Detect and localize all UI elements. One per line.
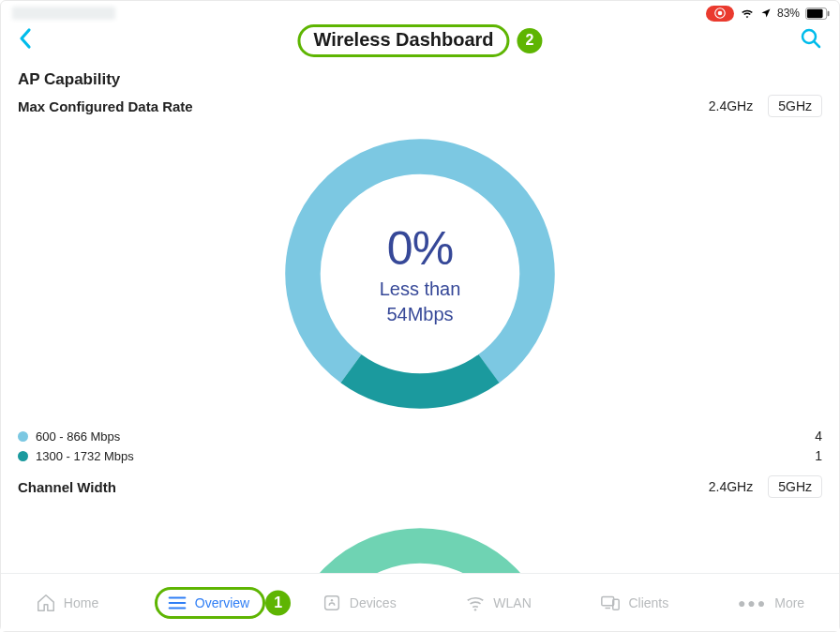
status-bar: 83% — [1, 1, 839, 23]
tab-wlan-label: WLAN — [493, 595, 531, 610]
cw-band-2-4ghz[interactable]: 2.4GHz — [701, 475, 760, 498]
svg-rect-13 — [602, 596, 614, 605]
tab-overview[interactable]: Overview 1 — [155, 587, 265, 619]
screen-record-pill[interactable] — [706, 6, 734, 22]
home-icon — [36, 593, 56, 613]
legend-swatch-1 — [18, 431, 28, 442]
tab-clients[interactable]: Clients — [587, 587, 682, 619]
legend-label-1: 600 - 866 Mbps — [36, 428, 120, 446]
devices-icon — [322, 593, 342, 613]
tab-home-label: Home — [64, 595, 98, 610]
svg-line-6 — [814, 41, 819, 47]
battery-percent: 83% — [777, 7, 800, 20]
clients-icon — [600, 593, 621, 613]
battery-icon — [805, 8, 830, 20]
wlan-icon — [465, 593, 486, 613]
tab-bar: Home Overview 1 Devices — [1, 573, 839, 631]
channel-width-row: Channel Width 2.4GHz 5GHz — [18, 475, 822, 498]
tab-wlan[interactable]: WLAN — [452, 587, 544, 619]
donut-center-sub1: Less than — [380, 278, 461, 301]
svg-point-1 — [718, 11, 723, 16]
donut-center-sub2: 54Mbps — [380, 303, 461, 326]
chevron-left-icon — [18, 27, 33, 50]
callout-badge-1: 1 — [265, 590, 291, 615]
band-toggle-max-rate: 2.4GHz 5GHz — [701, 95, 822, 117]
search-button[interactable] — [800, 27, 822, 53]
donut-center: 0% Less than 54Mbps — [380, 221, 461, 326]
legend-row-2: 1300 - 1732 Mbps 1 — [18, 446, 822, 466]
tab-devices-label: Devices — [350, 595, 397, 610]
content: AP Capability Max Configured Data Rate 2… — [1, 57, 839, 573]
tab-devices[interactable]: Devices — [308, 587, 410, 619]
donut2-svg — [279, 522, 561, 573]
svg-point-12 — [474, 609, 476, 610]
app-screen: 83% Wireless Dashboard 2 — [0, 0, 840, 632]
band-5ghz[interactable]: 5GHz — [768, 95, 822, 117]
legend-value-1: 4 — [815, 427, 822, 446]
donut-chart-max-rate: 0% Less than 54Mbps — [18, 123, 822, 425]
location-icon — [760, 8, 772, 19]
donut2-ring — [303, 546, 537, 573]
svg-rect-3 — [807, 8, 823, 17]
search-icon — [800, 27, 822, 50]
tab-overview-label: Overview — [195, 595, 249, 610]
legend-swatch-2 — [18, 451, 28, 461]
tab-more-label: More — [774, 595, 804, 610]
header: Wireless Dashboard 2 — [1, 23, 839, 57]
tab-more[interactable]: ●●● More — [725, 590, 818, 616]
callout-badge-2: 2 — [518, 28, 543, 53]
tab-clients-label: Clients — [628, 595, 668, 610]
legend-label-2: 1300 - 1732 Mbps — [36, 447, 134, 466]
section-ap-capability: AP Capability — [18, 70, 822, 89]
donut-center-value: 0% — [380, 221, 461, 276]
svg-point-11 — [331, 599, 333, 601]
svg-rect-4 — [828, 10, 830, 16]
max-rate-row: Max Configured Data Rate 2.4GHz 5GHz — [18, 95, 822, 117]
carrier-blur — [12, 7, 115, 20]
legend-row-1: 600 - 866 Mbps 4 — [18, 427, 822, 446]
band-2-4ghz[interactable]: 2.4GHz — [701, 95, 760, 117]
legend: 600 - 866 Mbps 4 1300 - 1732 Mbps 1 — [18, 427, 822, 466]
back-button[interactable] — [18, 27, 33, 53]
wifi-icon — [740, 8, 755, 19]
record-icon — [713, 7, 727, 20]
band-toggle-channel-width: 2.4GHz 5GHz — [701, 475, 822, 498]
hamburger-icon — [167, 593, 188, 613]
more-icon: ●●● — [738, 595, 767, 610]
tab-home[interactable]: Home — [22, 587, 112, 619]
max-rate-label: Max Configured Data Rate — [18, 98, 193, 114]
legend-value-2: 1 — [815, 446, 822, 466]
cw-band-5ghz[interactable]: 5GHz — [768, 475, 822, 498]
page-title: Wireless Dashboard — [297, 24, 509, 57]
donut-chart-channel-width — [18, 504, 822, 573]
channel-width-label: Channel Width — [18, 479, 116, 495]
